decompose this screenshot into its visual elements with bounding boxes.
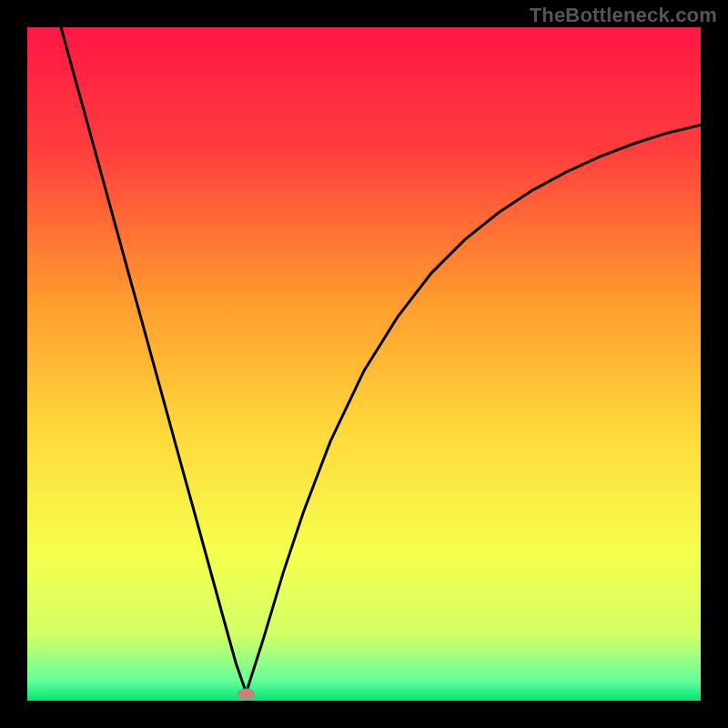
chart-frame: TheBottleneck.com <box>0 0 728 728</box>
minimum-marker <box>238 689 256 700</box>
chart-plot-area <box>27 27 701 701</box>
gradient-background <box>27 27 701 701</box>
watermark-text: TheBottleneck.com <box>530 4 717 27</box>
